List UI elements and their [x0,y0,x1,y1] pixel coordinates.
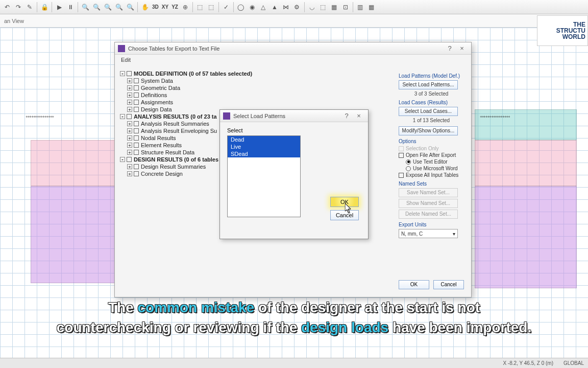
dialog2-cancel-button[interactable]: Cancel [330,210,359,220]
loadcase-status: 1 of 13 Selected [399,118,464,123]
cone-icon[interactable]: ▲ [270,2,280,12]
open-after-checkbox[interactable] [399,153,404,158]
tree-design-data[interactable]: Design Data [141,106,172,112]
cut-icon[interactable]: ◡ [307,2,317,12]
opt-selonly: Selection Only [406,146,438,151]
main-toolbar: ↶ ↷ ✎ 🔒 ▶ ⏸ 🔍 🔍 🔍 🔍 🔍 ✋ 3D XY YZ ⊕ ⬚ ⬚ ✓… [0,0,588,14]
load-patterns-listbox[interactable]: Dead Live SDead [227,135,301,217]
play-icon[interactable]: ▶ [54,2,64,12]
dialog-footer: OK Cancel [399,280,464,291]
tree-ar-summaries[interactable]: Analysis Result Summaries [141,121,209,127]
cube-icon[interactable]: ▦ [329,2,339,12]
dialog2-title: Select Load Patterns [233,113,285,119]
lock-icon[interactable]: 🔒 [39,2,50,12]
help-button[interactable]: ? [444,44,456,52]
dot-icon[interactable]: ◉ [247,2,257,12]
opt-usetext: Use Text Editor [413,159,448,165]
tool-icon[interactable]: ⬚ [195,2,205,12]
delete-named-set-button[interactable]: Delete Named Set... [399,210,458,219]
brand-logo: THE STRUCTU WORLD [537,15,588,46]
dialog2-ok-button[interactable]: OK [330,197,359,207]
zoom-window-icon[interactable]: 🔍 [125,2,135,12]
view-tab-label: an View [4,18,24,24]
loadpat-status: 3 of 3 Selected [399,91,464,97]
gear-icon[interactable]: ⚙ [292,2,302,12]
tree-design-results[interactable]: DESIGN RESULTS (0 of 6 tables [134,156,218,163]
box-icon[interactable]: ⬚ [318,2,328,12]
pan-icon[interactable]: ✋ [140,2,150,12]
tree-nodal[interactable]: Nodal Results [141,135,176,141]
circle-icon[interactable]: ◯ [236,2,246,12]
zoom-in-icon[interactable]: 🔍 [91,2,102,12]
tree-ar-envelope[interactable]: Analysis Result Enveloping Su [141,128,217,134]
select-load-patterns-dialog: Select Load Patterns ? × Select Dead Liv… [219,109,369,239]
dashed-icon[interactable]: ⊡ [340,2,351,12]
tree-struct-result[interactable]: Structure Result Data [141,149,194,155]
redo-icon[interactable]: ↷ [13,2,23,12]
view-yz[interactable]: YZ [170,4,179,10]
zoom-extents-icon[interactable]: 🔍 [114,2,124,12]
select-load-patterns-button[interactable]: Select Load Patterns... [399,80,458,89]
grp-named: Named Sets [399,181,464,187]
dialog1-cancel-button[interactable]: Cancel [433,280,464,289]
check-icon[interactable]: ✓ [221,2,231,12]
table-icon[interactable]: ▦ [366,2,377,12]
zoom-out-icon[interactable]: 🔍 [103,2,113,12]
dialog1-ok-button[interactable]: OK [399,280,429,289]
pencil-icon[interactable]: ✎ [24,2,35,12]
list-item-dead[interactable]: Dead [228,136,300,143]
list-item-sdead[interactable]: SDead [228,150,300,157]
grp-loadpat: Load Patterns (Model Def.) [399,73,464,79]
target-icon[interactable]: ⊕ [180,2,190,12]
tree-analysis-results[interactable]: ANALYSIS RESULTS (0 of 23 ta [134,113,217,120]
use-text-radio[interactable] [406,159,411,165]
grp-loadcase: Load Cases (Results) [399,100,464,105]
tree-system-data[interactable]: System Data [141,78,173,84]
chart-icon[interactable]: ▥ [355,2,365,12]
select-load-cases-button[interactable]: Select Load Cases... [399,107,458,116]
export-units-combo[interactable]: N, mm, C ▾ [399,229,458,238]
grp-options: Options [399,139,464,144]
modify-options-button[interactable]: Modify/Show Options... [399,126,458,135]
show-named-set-button[interactable]: Show Named Set... [399,199,458,208]
tree-dr-summaries[interactable]: Design Result Summaries [141,164,206,170]
close-button[interactable]: × [456,44,468,52]
dialog2-help-button[interactable]: ? [340,112,353,120]
tree-assignments[interactable]: Assignments [141,99,173,105]
dialog-menubar: Edit [115,55,471,65]
status-bar: X -8.2, Y 46.5, Z 0 (m) GLOBAL [0,358,588,368]
tree-concrete[interactable]: Concrete Design [141,171,183,177]
opt-useword: Use Microsoft Word [413,166,458,171]
list-item-live[interactable]: Live [228,143,300,150]
dialog2-titlebar[interactable]: Select Load Patterns ? × [220,110,368,122]
tree-definitions[interactable]: Definitions [141,92,167,98]
triangle-icon[interactable]: △ [258,2,268,12]
expose-checkbox[interactable] [399,173,404,178]
selection-only-checkbox[interactable] [399,146,404,151]
combo-value: N, mm, C [401,231,423,237]
menu-edit[interactable]: Edit [121,57,131,63]
app-icon [223,112,230,120]
options-panel: Load Patterns (Model Def.) Select Load P… [399,70,464,238]
dialog2-close-button[interactable]: × [353,112,365,120]
status-global: GLOBAL [564,360,584,366]
butterfly-icon[interactable]: ⋈ [281,2,291,12]
view-xy[interactable]: XY [161,4,169,10]
use-word-radio[interactable] [406,166,411,171]
view-3d[interactable]: 3D [151,4,160,10]
grp-units: Export Units [399,222,464,227]
zoom-icon[interactable]: 🔍 [80,2,90,12]
tree-model-def[interactable]: MODEL DEFINITION (0 of 57 tables selecte… [134,71,252,77]
pause-icon[interactable]: ⏸ [65,2,76,12]
tree-geometric-data[interactable]: Geometric Data [141,85,180,91]
undo-icon[interactable]: ↶ [2,2,12,12]
tool2-icon[interactable]: ⬚ [206,2,216,12]
chevron-down-icon: ▾ [453,231,455,237]
save-named-set-button[interactable]: Save Named Set... [399,188,458,197]
dialog-title: Choose Tables for Export to Text File [128,45,219,52]
opt-openafter: Open File After Export [406,152,456,158]
view-tab: an View [0,14,588,28]
dialog-titlebar[interactable]: Choose Tables for Export to Text File ? … [115,42,471,55]
mouse-cursor-icon [345,203,352,214]
tree-element[interactable]: Element Results [141,142,182,148]
